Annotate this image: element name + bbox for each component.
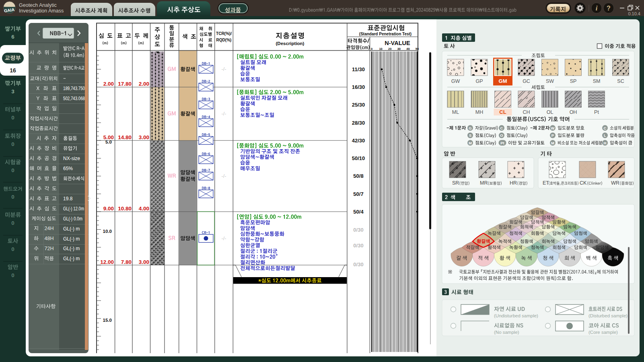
svg-text:25/30: 25/30 xyxy=(352,102,365,108)
svg-text:O: O xyxy=(500,133,503,138)
svg-text:N-VALUE: N-VALUE xyxy=(385,40,410,46)
svg-text:0: 0 xyxy=(11,167,14,173)
svg-text:15.0: 15.0 xyxy=(103,318,112,323)
svg-text:W: W xyxy=(551,126,555,130)
svg-text:SW: SW xyxy=(546,78,554,84)
svg-text:CL: CL xyxy=(499,109,506,115)
svg-text:GC: GC xyxy=(523,78,530,84)
svg-text:3: 3 xyxy=(11,88,14,95)
svg-text:GW: GW xyxy=(451,78,460,84)
svg-text:S: S xyxy=(469,133,471,138)
svg-text:WR: WR xyxy=(611,180,619,186)
svg-text:50: 50 xyxy=(416,47,419,51)
svg-text:3.00: 3.00 xyxy=(139,259,149,265)
svg-text:2.00: 2.00 xyxy=(103,81,114,87)
svg-text:20: 20 xyxy=(388,47,391,51)
svg-text:5.0: 5.0 xyxy=(105,140,112,144)
svg-text:0/30: 0/30 xyxy=(353,261,363,267)
svg-text:MR: MR xyxy=(480,180,488,186)
svg-text:TCR(%)/: TCR(%)/ xyxy=(216,31,232,36)
svg-text:9.00: 9.00 xyxy=(103,206,114,212)
svg-text:ML: ML xyxy=(452,109,459,115)
svg-text:40: 40 xyxy=(406,47,409,51)
svg-text:H: H xyxy=(604,141,607,145)
svg-text:0: 0 xyxy=(11,220,14,226)
svg-text:OH: OH xyxy=(570,109,577,115)
svg-text:2.00: 2.00 xyxy=(139,81,149,87)
svg-text:G: G xyxy=(469,126,471,130)
svg-text:3.00: 3.00 xyxy=(139,134,149,140)
svg-text:C: C xyxy=(500,126,503,130)
svg-text:Pt: Pt xyxy=(594,109,599,115)
svg-text:12.00: 12.00 xyxy=(100,259,114,265)
svg-text:0: 0 xyxy=(11,141,14,147)
svg-text:50/10: 50/10 xyxy=(352,155,365,161)
svg-text:RQD(%): RQD(%) xyxy=(216,38,232,42)
svg-text:14.80: 14.80 xyxy=(118,134,132,140)
svg-text:SC: SC xyxy=(617,78,624,84)
svg-text:CH: CH xyxy=(523,109,530,115)
svg-text:0: 0 xyxy=(11,194,14,200)
svg-text:Pt: Pt xyxy=(500,141,504,145)
svg-text:0/30: 0/30 xyxy=(353,227,363,233)
svg-text:0/30: 0/30 xyxy=(353,243,363,249)
svg-text:-/-: -/- xyxy=(222,111,226,117)
svg-text:42/30: 42/30 xyxy=(352,138,365,144)
svg-text:CK: CK xyxy=(580,180,587,186)
svg-text:P: P xyxy=(551,133,554,138)
svg-text:OL: OL xyxy=(547,109,553,115)
svg-text:(Description): (Description) xyxy=(276,41,305,46)
svg-text:M: M xyxy=(469,141,472,145)
svg-text:16/30: 16/30 xyxy=(352,84,365,90)
svg-text:SM: SM xyxy=(593,78,601,84)
svg-text:50/4: 50/4 xyxy=(353,209,364,215)
svg-text:50/7: 50/7 xyxy=(353,191,363,197)
svg-text:(No sample): (No sample) xyxy=(494,330,519,335)
svg-text:0: 0 xyxy=(11,246,14,252)
svg-text:(Undisturbed sample): (Undisturbed sample) xyxy=(494,313,538,318)
svg-text:0: 0 xyxy=(11,115,14,121)
svg-text:SR: SR xyxy=(452,180,459,186)
svg-text:11/30: 11/30 xyxy=(352,66,365,72)
svg-text:17.80: 17.80 xyxy=(118,81,132,87)
svg-text:0: 0 xyxy=(11,272,14,278)
svg-text:-/-: -/- xyxy=(222,66,226,72)
svg-text:6: 6 xyxy=(11,34,14,40)
svg-text:MH: MH xyxy=(475,109,483,115)
svg-text:5.00: 5.00 xyxy=(103,134,114,140)
svg-text:SP: SP xyxy=(570,78,577,84)
svg-text:28/30: 28/30 xyxy=(352,120,365,126)
svg-text:10.0: 10.0 xyxy=(103,229,112,234)
svg-text:50/8: 50/8 xyxy=(353,173,363,179)
svg-text:10: 10 xyxy=(379,47,382,51)
svg-text:GM: GM xyxy=(499,78,507,84)
svg-text:0: 0 xyxy=(371,47,372,51)
svg-text:-/-: -/- xyxy=(222,173,226,179)
svg-text:HR: HR xyxy=(510,180,517,186)
svg-text:(Disturbed sample): (Disturbed sample) xyxy=(588,313,628,318)
svg-text:30: 30 xyxy=(397,47,401,51)
svg-text:GP: GP xyxy=(475,78,483,84)
svg-text:(Standard Penetration Test): (Standard Penetration Test) xyxy=(359,32,412,36)
svg-text:7.80: 7.80 xyxy=(121,259,132,265)
svg-text:4.00: 4.00 xyxy=(139,206,149,212)
svg-text:(Core sample): (Core sample) xyxy=(588,330,618,335)
svg-text:C: C xyxy=(604,126,607,130)
svg-text:ET: ET xyxy=(543,180,549,186)
svg-text:M: M xyxy=(551,141,554,145)
svg-text:L: L xyxy=(604,133,606,138)
svg-text:-/-: -/- xyxy=(222,236,226,241)
svg-text:10.80: 10.80 xyxy=(118,206,132,212)
